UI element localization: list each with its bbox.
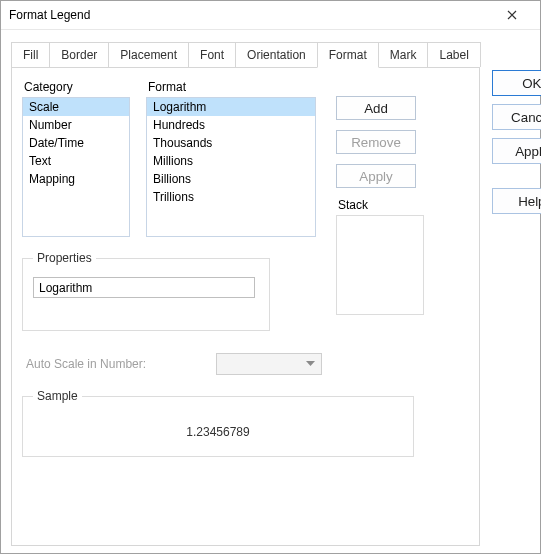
help-button[interactable]: Help [492,188,541,214]
remove-button[interactable]: Remove [336,130,416,154]
list-item[interactable]: Logarithm [147,98,315,116]
stack-label: Stack [338,198,469,212]
ok-button[interactable]: OK [492,70,541,96]
apply-button[interactable]: Apply [492,138,541,164]
client-area: Fill Border Placement Font Orientation F… [1,30,540,554]
tab-font[interactable]: Font [188,42,236,67]
autoscale-combo[interactable] [216,353,322,375]
tab-format[interactable]: Format [317,42,379,68]
tab-mark[interactable]: Mark [378,42,429,67]
left-panel: Fill Border Placement Font Orientation F… [11,40,480,546]
category-label: Category [24,80,146,94]
list-item[interactable]: Millions [147,152,315,170]
list-item[interactable]: Billions [147,170,315,188]
apply-format-button[interactable]: Apply [336,164,416,188]
tab-label[interactable]: Label [427,42,480,67]
properties-input[interactable] [33,277,255,298]
properties-legend: Properties [33,251,96,265]
titlebar: Format Legend [1,1,540,30]
format-label: Format [148,80,316,94]
add-button[interactable]: Add [336,96,416,120]
autoscale-label: Auto Scale in Number: [22,357,216,371]
list-item[interactable]: Scale [23,98,129,116]
stack-listbox[interactable] [336,215,424,315]
category-listbox[interactable]: Scale Number Date/Time Text Mapping [22,97,130,237]
side-button-panel: OK Cancel Apply Help [492,40,541,546]
list-item[interactable]: Mapping [23,170,129,188]
close-icon [507,10,517,20]
window-title: Format Legend [9,8,492,22]
format-listbox[interactable]: Logarithm Hundreds Thousands Millions Bi… [146,97,316,237]
list-item[interactable]: Number [23,116,129,134]
properties-group: Properties [22,251,270,331]
autoscale-row: Auto Scale in Number: [22,353,322,375]
list-item[interactable]: Trillions [147,188,315,206]
tab-placement[interactable]: Placement [108,42,189,67]
list-item[interactable]: Thousands [147,134,315,152]
list-item[interactable]: Text [23,152,129,170]
dialog-window: Format Legend Fill Border Placement Font… [0,0,541,554]
close-button[interactable] [492,1,532,29]
cancel-button[interactable]: Cancel [492,104,541,130]
tab-fill[interactable]: Fill [11,42,50,67]
tab-strip: Fill Border Placement Font Orientation F… [11,42,480,68]
list-item[interactable]: Date/Time [23,134,129,152]
tab-panel-format: Category Scale Number Date/Time Text Map… [11,68,480,546]
chevron-down-icon [306,361,315,367]
tab-border[interactable]: Border [49,42,109,67]
sample-legend: Sample [33,389,82,403]
list-item[interactable]: Hundreds [147,116,315,134]
tab-orientation[interactable]: Orientation [235,42,318,67]
